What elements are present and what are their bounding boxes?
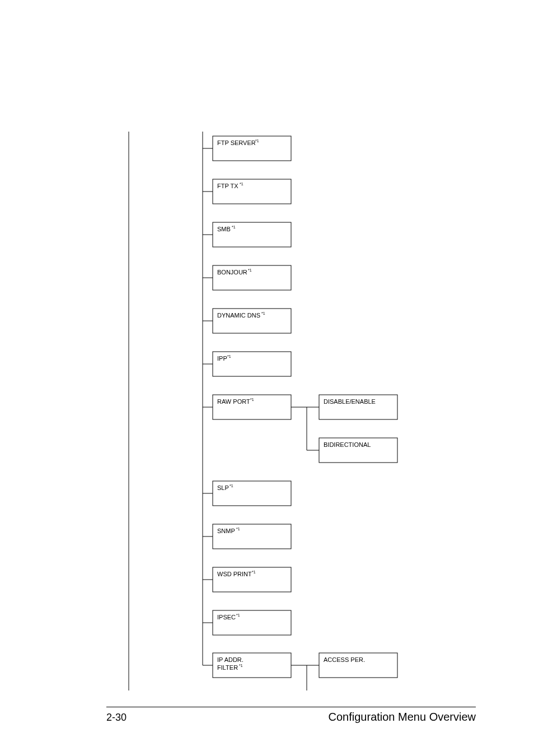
node-snmp-sup: *1: [236, 527, 240, 531]
svg-text:FTP SERVER: FTP SERVER: [217, 139, 256, 146]
svg-text:*1: *1: [255, 139, 259, 143]
svg-text:*1: *1: [261, 311, 265, 315]
node-ip-addr-label1: IP ADDR.: [217, 656, 243, 663]
node-bonjour-sup: *1: [248, 268, 252, 272]
svg-text:BONJOUR: BONJOUR: [217, 269, 247, 276]
svg-text:*1: *1: [240, 182, 243, 186]
svg-text:SLP: SLP: [217, 484, 229, 491]
svg-text:*1: *1: [250, 398, 254, 402]
svg-text:SNMP: SNMP: [217, 528, 235, 534]
svg-text:*1: *1: [239, 664, 243, 668]
node-ipsec-sup: *1: [236, 613, 240, 617]
node-ftp-server-label: FTP SERVER: [217, 139, 256, 146]
page-footer: 2-30 Configuration Menu Overview: [106, 707, 476, 724]
node-ftp-tx-label: FTP TX: [217, 183, 238, 189]
node-ip-addr-label2: FILTER: [217, 664, 238, 671]
svg-text:*1: *1: [227, 354, 231, 358]
svg-text:*1: *1: [236, 613, 240, 617]
node-raw-port-sup: *1: [250, 398, 254, 402]
svg-text:*1: *1: [248, 268, 252, 272]
node-access-per-label: ACCESS PER.: [324, 656, 365, 663]
node-dynamic-dns-sup: *1: [261, 311, 265, 315]
svg-text:FILTER: FILTER: [217, 664, 238, 671]
svg-text:*1: *1: [252, 570, 256, 574]
page-number: 2-30: [106, 712, 127, 724]
svg-text:RAW PORT: RAW PORT: [217, 398, 250, 405]
node-raw-port-label: RAW PORT: [217, 398, 250, 405]
node-bidirectional-label: BIDIRECTIONAL: [324, 441, 371, 448]
svg-text:IPP: IPP: [217, 355, 227, 362]
svg-text:*1: *1: [236, 527, 240, 531]
node-wsd-print-sup: *1: [252, 570, 256, 574]
page-title: Configuration Menu Overview: [329, 711, 476, 724]
svg-text:ACCESS PER.: ACCESS PER.: [324, 656, 365, 663]
node-ipp-label: IPP: [217, 355, 227, 362]
footer-rule: [106, 707, 476, 707]
svg-text:BIDIRECTIONAL: BIDIRECTIONAL: [324, 441, 371, 448]
svg-text:WSD PRINT: WSD PRINT: [217, 571, 252, 577]
svg-text:IP ADDR.: IP ADDR.: [217, 656, 243, 663]
node-disable-enable-label: DISABLE/ENABLE: [324, 398, 376, 405]
svg-text:*1: *1: [229, 484, 233, 488]
node-ipp-sup: *1: [227, 354, 231, 358]
node-smb-label: SMB: [217, 226, 231, 232]
svg-text:IPSEC: IPSEC: [217, 614, 236, 620]
node-wsd-print-label: WSD PRINT: [217, 571, 252, 577]
svg-text:FTP TX: FTP TX: [217, 183, 238, 189]
node-ip-addr-sup: *1: [239, 664, 243, 668]
node-snmp-label: SNMP: [217, 528, 235, 534]
node-slp-sup: *1: [229, 484, 233, 488]
node-ipsec-label: IPSEC: [217, 614, 236, 620]
svg-text:SMB: SMB: [217, 226, 231, 232]
node-smb-sup: *1: [232, 225, 236, 229]
tree-diagram: FTP SERVER *1 FTP TX *1 SMB *1 BONJOUR *…: [106, 132, 476, 693]
svg-text:DISABLE/ENABLE: DISABLE/ENABLE: [324, 398, 376, 405]
node-ftp-server-sup: *1: [255, 139, 259, 143]
node-dynamic-dns-label: DYNAMIC DNS: [217, 312, 260, 319]
svg-text:*1: *1: [232, 225, 236, 229]
node-slp-label: SLP: [217, 484, 229, 491]
node-ftp-tx-sup: *1: [240, 182, 243, 186]
node-bonjour-label: BONJOUR: [217, 269, 247, 276]
svg-text:DYNAMIC DNS: DYNAMIC DNS: [217, 312, 260, 319]
